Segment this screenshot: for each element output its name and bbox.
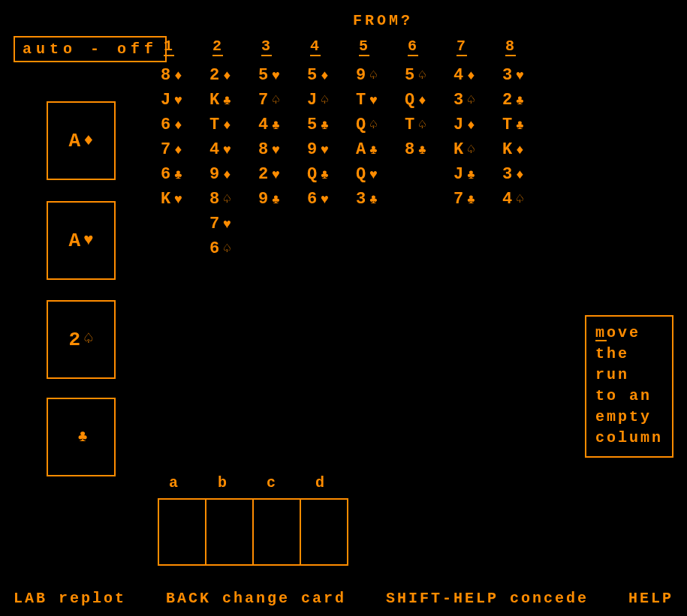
card[interactable]: 4 — [209, 137, 258, 162]
card[interactable]: 3 — [453, 88, 502, 113]
freecell-b[interactable] — [205, 498, 254, 566]
diamond-icon — [83, 133, 93, 149]
card[interactable]: J — [453, 162, 502, 187]
card[interactable]: 3 — [502, 162, 551, 187]
card[interactable]: J — [161, 88, 209, 113]
auto-toggle[interactable]: auto - off — [14, 36, 167, 62]
help-button[interactable]: HELP — [628, 590, 673, 607]
freecell-a[interactable] — [158, 498, 206, 566]
card[interactable]: 4 — [502, 187, 551, 212]
bottom-bar: LAB replot BACK change card SHIFT-HELP c… — [14, 590, 673, 607]
hint-line: column — [595, 428, 663, 449]
tableau-column[interactable]: 2KT49876 — [209, 63, 258, 261]
concede-button[interactable]: SHIFT-HELP concede — [386, 590, 589, 607]
card[interactable]: 2 — [502, 88, 551, 113]
card-rank: K — [161, 190, 173, 209]
column-header-8[interactable]: 8 — [504, 38, 553, 55]
card[interactable]: T — [209, 113, 258, 137]
tableau-column[interactable]: 8J676K — [161, 63, 209, 261]
card-rank: 2 — [502, 91, 514, 110]
card[interactable]: 6 — [307, 187, 356, 212]
card[interactable]: 7 — [161, 137, 209, 162]
card[interactable]: 4 — [453, 63, 502, 88]
card[interactable]: 4 — [258, 113, 307, 137]
foundation-spade[interactable]: 2 — [47, 300, 116, 379]
card[interactable]: J — [307, 88, 356, 113]
column-header-5[interactable]: 5 — [357, 38, 406, 55]
card[interactable]: 7 — [453, 187, 502, 212]
card[interactable]: K — [209, 88, 258, 113]
card-rank: 6 — [161, 165, 173, 184]
back-button[interactable]: BACK change card — [166, 590, 346, 607]
freecell-d[interactable] — [300, 498, 348, 566]
card[interactable]: 6 — [209, 236, 258, 261]
card[interactable]: 8 — [405, 137, 453, 162]
card[interactable]: 9 — [209, 162, 258, 187]
card[interactable]: A — [356, 137, 405, 162]
card-rank: 4 — [453, 66, 466, 85]
tableau-column[interactable]: 5J59Q6 — [307, 63, 356, 261]
card-rank: 9 — [258, 190, 270, 209]
card-rank: 9 — [209, 165, 221, 184]
card[interactable]: K — [161, 187, 209, 212]
card[interactable]: 8 — [209, 187, 258, 212]
card[interactable]: 9 — [307, 137, 356, 162]
tableau-column[interactable]: 43JKJ7 — [453, 63, 502, 261]
card[interactable]: 5 — [307, 63, 356, 88]
column-header-1[interactable]: 1 — [162, 38, 211, 55]
diamond-icon — [223, 168, 231, 182]
card[interactable]: 7 — [209, 212, 258, 236]
card[interactable]: 9 — [356, 63, 405, 88]
column-header-3[interactable]: 3 — [260, 38, 309, 55]
card[interactable]: K — [502, 137, 551, 162]
card[interactable]: 3 — [356, 187, 405, 212]
card-rank: 5 — [258, 66, 270, 85]
foundation-club[interactable] — [47, 398, 116, 476]
card[interactable]: 9 — [258, 187, 307, 212]
card[interactable]: 2 — [209, 63, 258, 88]
tableau-column[interactable]: 32TK34 — [502, 63, 551, 261]
foundation-heart[interactable]: A — [47, 201, 116, 280]
foundation-diamond[interactable]: A — [47, 101, 116, 180]
card[interactable]: 8 — [258, 137, 307, 162]
card[interactable]: Q — [356, 162, 405, 187]
replot-button[interactable]: LAB replot — [14, 590, 126, 607]
card[interactable]: T — [502, 113, 551, 137]
card[interactable]: 6 — [161, 113, 209, 137]
column-header-7[interactable]: 7 — [455, 38, 504, 55]
card-rank: 8 — [258, 140, 270, 159]
card[interactable]: T — [405, 113, 453, 137]
freecell-c[interactable] — [252, 498, 301, 566]
card[interactable]: 6 — [161, 162, 209, 187]
card-rank: 9 — [307, 140, 319, 159]
heart-icon — [369, 168, 378, 182]
card[interactable]: 5 — [405, 63, 453, 88]
tableau-column[interactable]: 9TQAQ3 — [356, 63, 405, 261]
tableau-column[interactable]: 574829 — [258, 63, 307, 261]
card[interactable]: 8 — [161, 63, 209, 88]
freecell-label-a: a — [169, 474, 218, 491]
card[interactable]: T — [356, 88, 405, 113]
column-header-2[interactable]: 2 — [211, 38, 260, 55]
card[interactable]: Q — [405, 88, 453, 113]
card-rank: 8 — [405, 140, 417, 159]
card[interactable]: K — [453, 137, 502, 162]
card[interactable]: 7 — [258, 88, 307, 113]
tableau-column[interactable]: 5QT8 — [405, 63, 453, 261]
card[interactable]: 3 — [502, 63, 551, 88]
card-rank: 6 — [307, 190, 319, 209]
column-header-4[interactable]: 4 — [309, 38, 357, 55]
card[interactable]: Q — [356, 113, 405, 137]
card[interactable]: J — [453, 113, 502, 137]
card-rank: 3 — [453, 91, 466, 110]
card-rank: 6 — [209, 239, 221, 258]
card[interactable]: 5 — [307, 113, 356, 137]
column-header-6[interactable]: 6 — [406, 38, 455, 55]
card[interactable]: Q — [307, 162, 356, 187]
hint-line: the — [595, 344, 663, 365]
card-rank: 5 — [307, 116, 319, 134]
diamond-icon — [174, 143, 182, 157]
hint-line: run — [595, 365, 663, 386]
card[interactable]: 5 — [258, 63, 307, 88]
card[interactable]: 2 — [258, 162, 307, 187]
